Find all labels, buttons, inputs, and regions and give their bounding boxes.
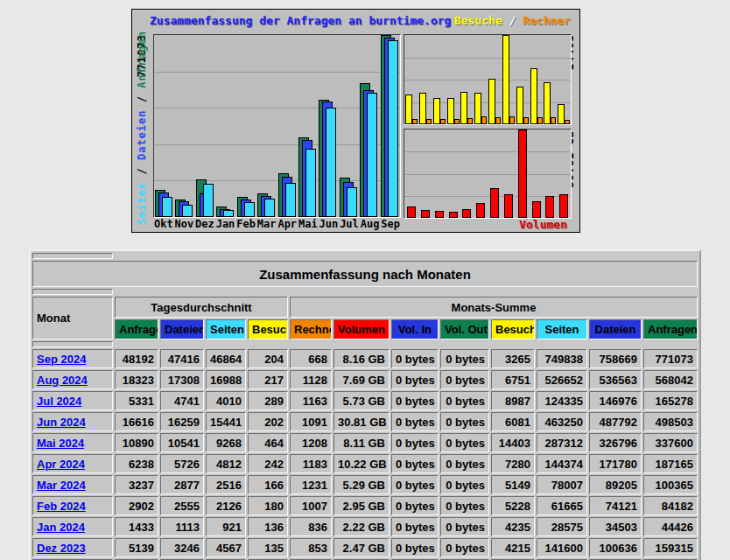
gridline [404,80,571,80]
bar-besuche-sep [558,104,565,124]
x-axis-label-feb: Feb [235,218,256,230]
x-axis-label-jul: Jul [339,218,360,230]
bar-besuche-mar [474,93,481,124]
month-link-mai-2024[interactable]: Mai 2024 [37,437,84,450]
value-cell: 144374 [537,454,587,473]
month-link-sep-2024[interactable]: Sep 2024 [37,353,86,366]
month-link-aug-2024[interactable]: Aug 2024 [37,374,88,387]
left-axis-dateien: Dateien [136,109,148,160]
bar-volumen-jun [518,130,527,218]
group-header-row: MonatTagesdurchschnittMonats-Summe [32,297,698,318]
bar-volumen-aug [545,196,554,218]
month-link-apr-2024[interactable]: Apr 2024 [37,458,85,471]
month-link-mar-2024[interactable]: Mar 2024 [37,479,86,492]
value-cell: 0 bytes [440,454,489,473]
value-cell: 2877 [160,475,204,494]
bar-volumen-nov [421,210,430,218]
left-axis-sep1: / [136,160,148,182]
value-cell: 463250 [537,412,587,431]
spacer-row [32,341,698,347]
value-cell: 16988 [206,370,246,389]
column-header-anfragen: Anfragen [115,319,158,340]
value-cell: 0 bytes [391,349,439,368]
value-cell: 166 [248,475,288,494]
month-link-jan-2024[interactable]: Jan 2024 [37,521,85,534]
value-cell: 2126 [206,496,246,515]
value-cell: 242 [248,454,288,473]
plot-requests-files-pages [153,34,401,218]
value-cell: 0 bytes [391,433,439,452]
value-cell: 0 bytes [440,433,489,452]
left-axis-sep2: / [136,88,148,110]
value-cell: 0 bytes [391,391,439,410]
value-cell: 16259 [160,412,204,431]
x-axis-label-jan: Jan [215,218,236,230]
value-cell: 30.81 GB [333,412,390,431]
value-cell: 568042 [643,370,698,389]
x-axis-label-sep: Sep [380,218,401,230]
bar-volumen-mar [476,203,485,218]
column-header-anfragen: Anfragen [643,319,698,340]
value-cell: 34503 [589,517,642,536]
month-link-jul-2024[interactable]: Jul 2024 [37,395,81,408]
value-cell: 78007 [537,475,587,494]
value-cell: 159315 [643,538,698,557]
value-cell: 7280 [491,454,535,473]
value-cell: 749838 [537,349,587,368]
x-axis-label-jun: Jun [319,218,340,230]
value-cell: 0 bytes [391,496,439,515]
bar-rechner-feb [467,118,473,124]
column-header-seiten: Seiten [206,319,246,340]
bar-rechner-nov [426,119,432,124]
value-cell: 668 [290,349,332,368]
month-cell-feb-2024: Feb 2024 [32,496,113,515]
month-cell-jan-2024: Jan 2024 [32,517,113,536]
value-cell: 0 bytes [440,412,489,431]
value-cell: 0 bytes [391,370,439,389]
value-cell: 5149 [491,475,535,494]
bar-rechner-apr [495,117,501,124]
bar-volumen-jan [449,212,458,218]
x-axis-label-aug: Aug [360,218,381,230]
month-column-header: Monat [32,297,113,340]
value-cell: 526652 [537,370,587,389]
month-link-jun-2024[interactable]: Jun 2024 [37,416,86,429]
spacer-row [32,253,698,259]
value-cell: 10890 [115,433,158,452]
value-cell: 3265 [491,349,535,368]
value-cell: 1231 [290,475,332,494]
value-cell: 2902 [115,496,158,515]
value-cell: 836 [290,517,332,536]
month-cell-sep-2024: Sep 2024 [32,349,113,368]
bar-seiten-okt [162,197,172,217]
table-row-dez-2023: Dez 20235139324645671358532.47 GB0 bytes… [32,538,698,557]
bar-seiten-jul [347,187,357,217]
column-header-vol-out: Vol. Out [440,319,489,340]
bar-volumen-okt [407,206,416,218]
value-cell: 498503 [643,412,698,431]
value-cell: 6081 [491,412,535,431]
value-cell: 28575 [537,517,587,536]
bar-rechner-mai [509,116,515,124]
month-link-dez-2023[interactable]: Dez 2023 [37,542,86,555]
bar-volumen-apr [490,188,499,218]
value-cell: 7.69 GB [333,370,390,389]
monthly-summary-table: Zusammenfassung nach MonatenMonatTagesdu… [29,249,701,560]
value-cell: 0 bytes [391,538,439,557]
x-axis-label-apr: Apr [277,218,298,230]
value-cell: 135 [248,538,288,557]
value-cell: 2.95 GB [333,496,390,515]
left-axis-seiten: Seiten [136,182,148,225]
bar-rechner-okt [412,119,418,124]
bar-besuche-jun [516,87,523,124]
bar-seiten-apr [285,183,296,217]
value-cell: 0 bytes [440,517,489,536]
value-cell: 141600 [537,538,587,557]
value-cell: 921 [206,517,246,536]
value-cell: 18323 [115,370,158,389]
value-cell: 3246 [160,538,204,557]
x-axis-label-mar: Mar [256,218,277,230]
month-link-feb-2024[interactable]: Feb 2024 [37,500,86,513]
bar-rechner-jul [537,117,543,124]
value-cell: 1433 [115,517,158,536]
